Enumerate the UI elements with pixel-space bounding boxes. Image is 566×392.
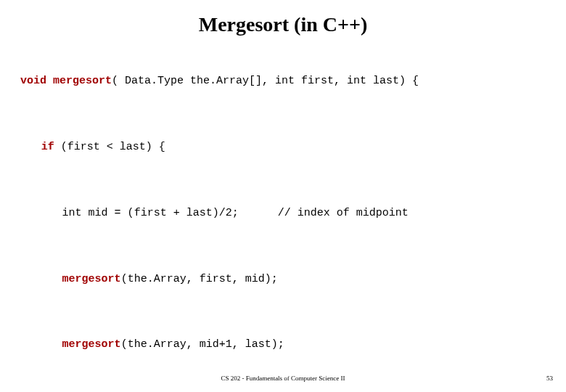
keyword-if: if (41, 141, 54, 153)
code-text: ( Data.Type the.Array[], int first, int … (112, 75, 419, 87)
fn-mergesort: mergesort (62, 338, 121, 351)
fn-mergesort: mergesort (62, 273, 121, 285)
page-number: 53 (546, 375, 553, 382)
code-text: (the.Array, mid+1, last); (121, 338, 284, 351)
code-text: (first < last) { (54, 141, 165, 153)
slide-title: Mergesort (in C++) (20, 13, 546, 36)
code-line: int mid = (first + last)/2; // index of … (20, 206, 546, 221)
fn-mergesort: mergesort (53, 75, 112, 87)
code-line: void mergesort( Data.Type the.Array[], i… (20, 74, 546, 89)
code-line: mergesort(the.Array, first, mid); (20, 272, 546, 287)
code-text: (the.Array, first, mid); (121, 273, 278, 285)
code-line: if (first < last) { (20, 140, 546, 155)
footer-text: CS 202 - Fundamentals of Computer Scienc… (0, 375, 566, 382)
keyword-void: void (20, 75, 46, 87)
slide: Mergesort (in C++) void mergesort( Data.… (0, 0, 566, 392)
code-block: void mergesort( Data.Type the.Array[], i… (20, 60, 546, 392)
code-line: mergesort(the.Array, mid+1, last); (20, 338, 546, 352)
